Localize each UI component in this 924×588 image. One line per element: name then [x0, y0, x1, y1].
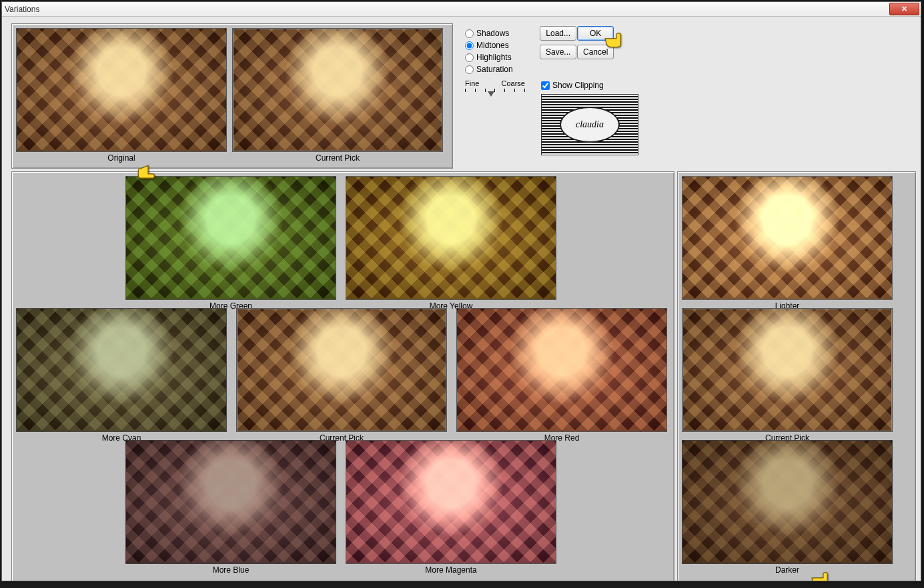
thumb-more-red[interactable]	[456, 308, 667, 432]
close-button[interactable]: ✕	[889, 3, 919, 15]
thumb-more-magenta[interactable]	[346, 440, 556, 564]
show-clipping-checkbox[interactable]: Show Clipping	[541, 79, 604, 91]
thumb-more-green[interactable]	[125, 176, 336, 300]
thumb-lighter[interactable]	[682, 176, 893, 300]
thumb-more-yellow[interactable]	[346, 176, 556, 300]
label-original: Original	[16, 153, 227, 163]
label-more-magenta: More Magenta	[346, 565, 556, 575]
thumb-current-pick-center[interactable]	[236, 308, 447, 432]
thumb-more-cyan[interactable]	[16, 308, 227, 432]
radio-saturation[interactable]: Saturation	[465, 63, 638, 75]
thumb-current-pick-brightness[interactable]	[682, 308, 893, 432]
ok-button[interactable]: OK	[577, 26, 614, 41]
button-column-2: OK Cancel	[577, 26, 614, 59]
load-button[interactable]: Load...	[540, 26, 576, 41]
variations-dialog: Variations ✕ Original Current Pick Shado…	[1, 1, 921, 581]
thumb-current-pick-top[interactable]	[232, 28, 443, 152]
radio-midtones-input[interactable]	[465, 41, 474, 50]
show-clipping-input[interactable]	[541, 81, 550, 90]
button-column-1: Load... Save...	[540, 26, 576, 59]
panel-original-current: Original Current Pick	[11, 23, 453, 169]
cancel-button[interactable]: Cancel	[577, 45, 614, 59]
logo-oval: claudia	[560, 107, 620, 143]
titlebar: Variations ✕	[2, 2, 921, 17]
fine-coarse-slider[interactable]: Fine Coarse	[465, 79, 525, 92]
radio-shadows-input[interactable]	[465, 29, 474, 38]
panel-color-variations: More Green More Yellow More Cyan Current…	[11, 171, 674, 581]
window-title: Variations	[5, 5, 39, 14]
dialog-body: Original Current Pick Shadows Midtones H…	[2, 17, 921, 581]
save-button[interactable]: Save...	[540, 45, 576, 59]
thumb-more-blue[interactable]	[125, 440, 336, 564]
thumb-darker[interactable]	[682, 440, 893, 564]
radio-highlights-input[interactable]	[465, 53, 474, 62]
thumb-original[interactable]	[16, 28, 227, 152]
label-current-pick-top: Current Pick	[232, 153, 443, 163]
label-darker: Darker	[682, 565, 893, 575]
panel-brightness: Lighter Current Pick Darker	[677, 171, 916, 581]
slider-thumb-icon[interactable]	[488, 91, 494, 97]
radio-saturation-input[interactable]	[465, 65, 474, 74]
author-logo: claudia	[541, 94, 638, 155]
label-more-blue: More Blue	[125, 565, 336, 575]
close-icon: ✕	[901, 5, 907, 13]
